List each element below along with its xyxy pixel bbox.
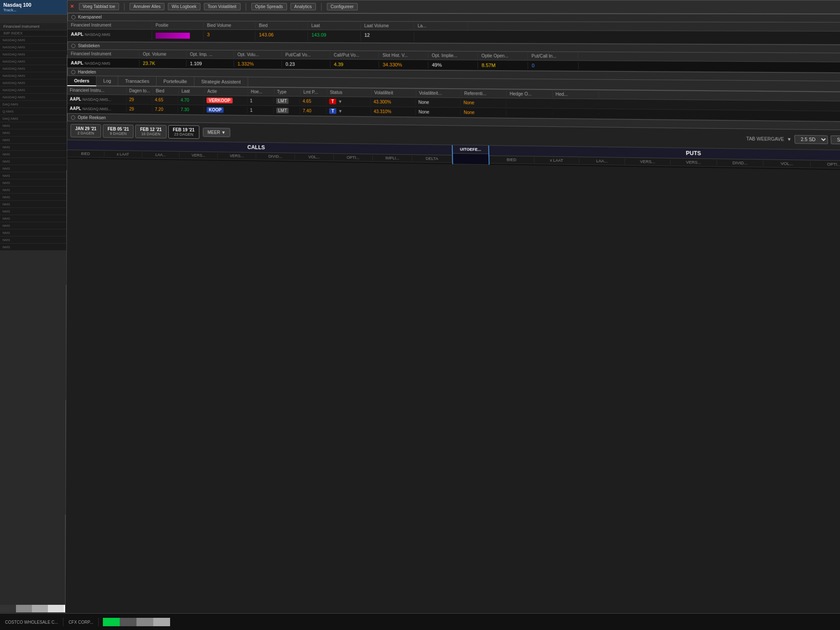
circle-icon [71, 44, 76, 48]
ord-exchange-1: NASDAQ.NMS... [82, 97, 111, 102]
wis-logboek-button[interactable]: Wis Logboek [168, 3, 200, 10]
tab-strategie[interactable]: Strategie Assistent [194, 77, 248, 87]
tab-log[interactable]: Log [97, 76, 118, 86]
calls-sh-vol: VOL... [295, 154, 334, 160]
ord-lmt-1: 4.65 [300, 98, 326, 105]
uitoe-label: UITOEFE... [460, 147, 481, 152]
stat-header-instrument: Financieel Instrument [68, 50, 139, 57]
ord-dagen-1: 29 [127, 96, 152, 103]
uitoe-spacer [453, 154, 488, 165]
ord-ref-1: None [461, 100, 507, 107]
kp-laat: 143.09 [308, 32, 361, 41]
kp-header-bied: Bied [255, 22, 308, 29]
puts-sh-opti: OPTI... [811, 161, 840, 168]
ord-hedge-1 [506, 102, 552, 104]
meer-button[interactable]: MEER ▼ [203, 128, 231, 137]
puts-sh-vers2: VERS... [671, 159, 717, 165]
x-mark: ✕ [70, 4, 74, 9]
stat-put-call: 0.23 [282, 60, 330, 68]
ord-header-dagen: Dagen to... [127, 87, 153, 94]
stat-exchange: NASDAQ.NMS [85, 61, 110, 66]
stat-header-call-put: Call/Put Vo... [330, 52, 379, 58]
puts-sh-vers1: VERS... [625, 159, 671, 165]
calls-sh-laa: LAA... [142, 152, 180, 158]
stat-header-opt-imp: Opt. Imp. ... [186, 51, 234, 58]
t-badge-red-1: T [329, 99, 336, 105]
ord-header-hedge: Hedge O... [507, 90, 553, 97]
financial-instrument-label: Financieel Instrument [3, 24, 39, 29]
lmt-badge-1: LMT [276, 98, 289, 104]
voeg-tabblad-button[interactable]: Voeg Tabblad toe [79, 3, 119, 10]
ord-status-2: T ▼ [326, 107, 371, 115]
calls-sh-delta: DELTA [412, 156, 452, 162]
stat-header-slot: Slot Hist. V... [379, 52, 428, 59]
kp-header-bied-vol: Bied Volume [204, 22, 256, 29]
kp-instrument: AAPL NASDAQ.NMS [68, 31, 152, 40]
separator [321, 3, 321, 10]
ord-header-ref: Referenti... [461, 90, 507, 97]
puts-sh-xlaat: x LAAT [534, 158, 580, 163]
stat-opt-vol: 23.7K [139, 60, 186, 67]
stat-header-opt-volu: Opt. Volu... [234, 51, 282, 58]
imp-index-label: IMP INDEX [3, 31, 23, 35]
tab-orders[interactable]: Orders [67, 76, 97, 87]
date-tab-feb12[interactable]: FEB 12 '21 16 DAGEN [135, 125, 166, 139]
calls-sh-opti: OPTI... [333, 155, 373, 160]
dropdown-arrow-2[interactable]: ▼ [338, 109, 343, 114]
ord-bied-2: 7.20 [152, 106, 178, 113]
calls-sh-impli: IMPLI... [373, 155, 412, 161]
ord-hed-2 [552, 113, 598, 115]
puts-section: PUTS BIED x LAAT LAA... VERS... VERS... … [489, 146, 840, 171]
tab-portefeuille[interactable]: Portefeuille [157, 76, 194, 86]
smart-dropdown[interactable]: SMART [830, 135, 840, 144]
ord-vol2-2: None [416, 109, 461, 116]
calls-sh-bied: BIED [67, 151, 105, 157]
ord-header-actie: Actie [205, 88, 248, 95]
ord-actie-2: KOOP [204, 107, 248, 113]
date-tab-jan29[interactable]: JAN 29 '21 2 DAGEN [71, 124, 101, 137]
ticker-item-cfx: CFX CORP... [63, 618, 99, 626]
configureer-button[interactable]: Configureer [327, 3, 358, 10]
date-tab-feb05[interactable]: FEB 05 '21 9 DAGEN [103, 124, 134, 138]
koop-badge: KOOP [207, 107, 224, 113]
calls-label: CALLS [247, 144, 265, 150]
analytics-button[interactable]: Analytics [290, 3, 316, 10]
ord-vol1-2: 43.310% [371, 108, 416, 116]
ord-symbol-2: AAPL [70, 106, 81, 111]
date-feb19-sub: 23 DAGEN [173, 132, 195, 136]
kp-bied: 143.06 [255, 31, 308, 41]
separator [246, 3, 246, 10]
puts-sh-vol: VOL... [764, 160, 811, 167]
uitoe-section: UITOEFE... [453, 145, 490, 165]
sd-dropdown[interactable]: 2.5 SD [794, 135, 828, 144]
ord-status-1: T ▼ [326, 98, 371, 106]
stat-symbol: AAPL [71, 60, 83, 65]
optie-spreads-button[interactable]: Optie Spreads [251, 3, 287, 10]
kp-symbol: AAPL [71, 32, 84, 37]
ord-bied-1: 4.65 [152, 97, 178, 103]
tab-transacties[interactable]: Transacties [118, 76, 157, 86]
annuleer-alles-button[interactable]: Annuleer Alles [130, 3, 165, 10]
dropdown-arrow-1[interactable]: ▼ [338, 99, 343, 104]
calls-sh-vers1: VERS... [180, 152, 218, 158]
kp-bied-vol: 3 [204, 31, 256, 41]
chain-controls: TAB WEERGAVE ▼ 2.5 SD SMART AAPL [232, 129, 840, 145]
stat-header-put-call-in: Put/Call In... [528, 52, 578, 59]
handelen-section: Handelen Orders Log Transacties Portefeu… [67, 68, 840, 122]
circle-icon [71, 15, 76, 19]
ord-type-1: LMT [273, 98, 300, 105]
toon-volatiliteit-button[interactable]: Toon Volatiliteit [204, 3, 240, 10]
stat-instrument: AAPL NASDAQ.NMS [67, 59, 139, 66]
puts-sh-bied: BIED [489, 157, 534, 163]
ord-laat-2: 7.30 [178, 106, 204, 113]
handelen-title: Handelen [78, 70, 96, 74]
separator [124, 3, 124, 10]
statistieken-title: Statistieken [78, 43, 100, 48]
koerspaneel-section: Koerspaneel Financieel Instrument Positi… [68, 13, 840, 45]
ticker-name-costco: COSTCO WHOLESALE C... [5, 620, 58, 625]
color-gray2 [136, 618, 153, 626]
date-feb19-main: FEB 19 '21 [173, 127, 194, 132]
t-badge-blue-2: T [329, 108, 336, 114]
stat-opt-imp: 1.109 [186, 60, 234, 67]
date-tab-feb19[interactable]: FEB 19 '21 23 DAGEN [168, 125, 199, 139]
